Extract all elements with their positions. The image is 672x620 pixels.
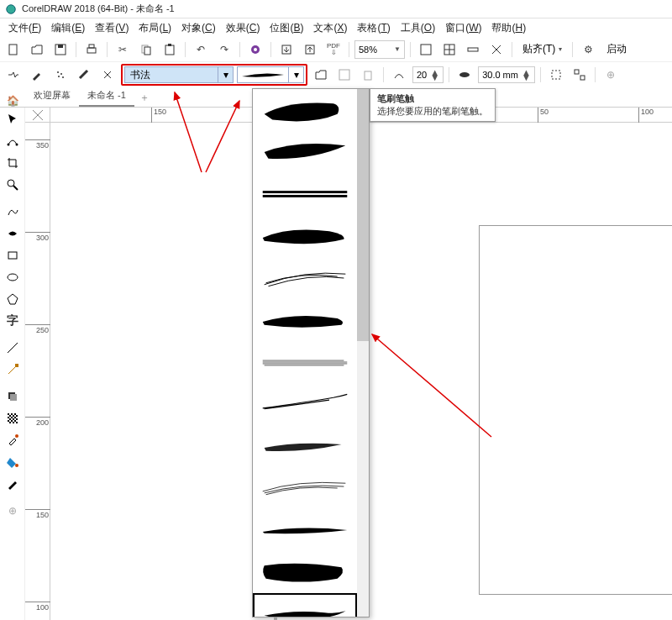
search-button[interactable] [245, 39, 265, 60]
brush-mode-button[interactable] [27, 65, 47, 85]
svg-point-46 [15, 464, 18, 467]
browse-button[interactable] [311, 65, 331, 85]
home-icon[interactable]: 🏠 [7, 95, 19, 107]
menu-bitmap[interactable]: 位图(B) [265, 19, 308, 37]
fullscreen-button[interactable] [416, 39, 436, 60]
connector-tool[interactable] [3, 360, 23, 380]
brush-stroke-item[interactable] [253, 383, 357, 425]
tab-add-button[interactable]: ＋ [134, 89, 155, 107]
rectangle-tool[interactable] [3, 245, 23, 265]
open-button[interactable] [27, 39, 47, 60]
zoom-combo[interactable]: 58% ▼ [354, 40, 405, 59]
print-button[interactable] [81, 39, 102, 60]
pressure-mode-button[interactable] [97, 65, 118, 85]
expand-toolbox[interactable]: ⊕ [3, 501, 23, 521]
menu-object[interactable]: 对象(C) [176, 19, 221, 37]
pick-tool[interactable] [3, 109, 23, 129]
tab-untitled[interactable]: 未命名 -1 [79, 86, 134, 107]
brush-stroke-list[interactable] [253, 89, 357, 617]
cut-button[interactable]: ✂ [113, 39, 133, 60]
import-button[interactable] [276, 39, 297, 60]
transparency-tool[interactable] [3, 408, 23, 428]
snap-button[interactable]: 贴齐(T) ▾ [517, 40, 567, 59]
menu-effect[interactable]: 效果(C) [221, 19, 265, 37]
zoom-value[interactable]: 58% [359, 45, 392, 55]
spinner-icon[interactable]: ▲▼ [522, 70, 531, 80]
brush-stroke-combo[interactable]: ▾ [237, 66, 304, 83]
undo-button[interactable]: ↶ [191, 39, 211, 60]
width-value[interactable]: 30.0 mm [482, 70, 518, 80]
dimension-tool[interactable] [3, 338, 23, 358]
menu-view[interactable]: 查看(V) [90, 19, 134, 37]
preset-mode-button[interactable] [3, 65, 24, 85]
brush-stroke-item[interactable] [253, 467, 357, 509]
chevron-down-icon[interactable]: ▾ [288, 67, 303, 82]
ruler-origin[interactable] [25, 108, 50, 123]
brush-stroke-item[interactable] [253, 89, 357, 131]
paste-button[interactable] [160, 39, 180, 60]
eyedropper-tool[interactable] [3, 430, 23, 450]
chevron-down-icon[interactable]: ▾ [218, 67, 233, 82]
launch-button[interactable]: 启动 [601, 40, 632, 59]
fill-tool[interactable] [3, 452, 23, 472]
menu-edit[interactable]: 编辑(E) [46, 19, 90, 37]
zoom-tool[interactable] [3, 175, 23, 195]
width-input[interactable]: 30.0 mm ▲▼ [478, 66, 535, 83]
copy-button[interactable] [136, 39, 156, 60]
menu-help[interactable]: 帮助(H) [486, 19, 531, 37]
calligraphic-mode-button[interactable] [74, 65, 94, 85]
spinner-icon[interactable]: ▲▼ [430, 70, 439, 80]
grid-button[interactable] [439, 39, 459, 60]
brush-stroke-item[interactable] [253, 215, 357, 257]
brush-stroke-item[interactable] [253, 425, 357, 467]
outline-tool[interactable] [3, 474, 23, 494]
menu-tools[interactable]: 工具(O) [396, 19, 440, 37]
tab-welcome[interactable]: 欢迎屏幕 [25, 86, 79, 107]
chevron-down-icon[interactable]: ▼ [394, 45, 401, 53]
menu-window[interactable]: 窗口(W) [440, 19, 486, 37]
text-tool[interactable]: 字 [3, 311, 23, 331]
brush-stroke-item[interactable] [253, 299, 357, 341]
new-button[interactable] [3, 39, 24, 60]
redo-button[interactable]: ↷ [214, 39, 234, 60]
drop-shadow-tool[interactable] [3, 386, 23, 407]
ellipse-tool[interactable] [3, 267, 23, 287]
artistic-media-tool[interactable] [3, 223, 23, 244]
sprayer-mode-button[interactable] [50, 65, 71, 85]
menu-table[interactable]: 表格(T) [352, 19, 395, 37]
brush-scrollbar[interactable] [357, 89, 369, 617]
add-button[interactable]: ⊕ [601, 65, 621, 85]
menu-layout[interactable]: 布局(L) [134, 19, 176, 37]
options-button[interactable]: ⚙ [578, 39, 598, 60]
brush-scrollbar-thumb[interactable] [357, 89, 369, 341]
delete-brush-button[interactable] [358, 65, 378, 85]
brush-stroke-item[interactable] [253, 257, 357, 299]
save-brush-button[interactable] [334, 65, 354, 85]
brush-stroke-item[interactable] [253, 131, 357, 173]
save-button[interactable] [50, 39, 71, 60]
svg-line-34 [13, 186, 18, 190]
brush-category-combo[interactable]: 书法 ▾ [124, 66, 234, 83]
guides-button[interactable] [486, 39, 507, 60]
ruler-button[interactable] [463, 39, 483, 60]
shape-tool[interactable] [3, 131, 23, 151]
menu-text[interactable]: 文本(X) [308, 19, 352, 37]
crop-tool[interactable] [3, 153, 23, 173]
menu-file[interactable]: 文件(F) [3, 19, 46, 37]
brush-stroke-item[interactable] [253, 173, 357, 215]
brush-stroke-item[interactable] [253, 551, 357, 593]
smoothing-input[interactable]: 20 ▲▼ [412, 66, 444, 83]
smoothing-value[interactable]: 20 [417, 70, 427, 80]
svg-rect-9 [168, 44, 171, 46]
freehand-tool[interactable] [3, 202, 23, 222]
object-props-button[interactable] [570, 65, 590, 85]
bounding-box-button[interactable] [546, 65, 566, 85]
brush-stroke-item[interactable] [253, 341, 357, 383]
ruler-vertical[interactable]: 350 300 250 200 150 100 [25, 123, 50, 620]
property-bar: 书法 ▾ ▾ 20 ▲▼ 30.0 mm ▲▼ ⊕ [0, 62, 672, 87]
pdf-button[interactable]: PDF⇩ [323, 39, 344, 60]
brush-stroke-item[interactable] [253, 509, 357, 551]
export-button[interactable] [300, 39, 320, 60]
polygon-tool[interactable] [3, 289, 23, 309]
brush-stroke-item-selected[interactable] [253, 593, 357, 617]
